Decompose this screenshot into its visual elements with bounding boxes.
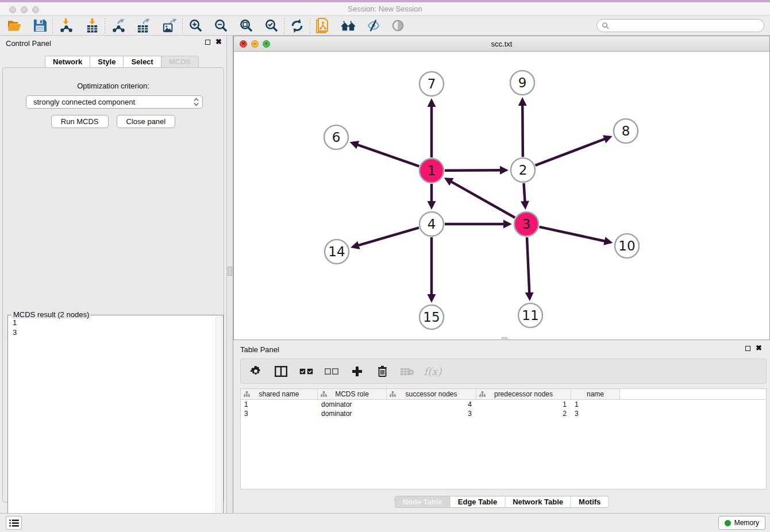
cell-predecessor-nodes[interactable]: 1: [476, 400, 571, 409]
control-tab-network[interactable]: Network: [45, 56, 90, 68]
delete-table-icon: [401, 364, 414, 378]
column-header-predecessor-nodes[interactable]: predecessor nodes: [476, 389, 571, 399]
table-settings-icon[interactable]: [249, 364, 263, 378]
network-resize-handle[interactable]: [502, 337, 507, 340]
add-column-icon[interactable]: [350, 364, 364, 378]
arrowhead-3-10: [603, 237, 613, 245]
network-view-window: ✕ − + scc.txt 7968124314101511: [233, 36, 770, 340]
column-header-shared-name[interactable]: shared name: [241, 389, 318, 399]
toolbar-separator: [310, 18, 310, 33]
cell-MCDS-role[interactable]: dominator: [318, 400, 387, 409]
table-row[interactable]: 1dominator411: [241, 400, 766, 409]
network-graph[interactable]: 7968124314101511: [234, 52, 769, 340]
table-body: 1dominator4113dominator323: [241, 400, 766, 418]
export-image-icon[interactable]: [162, 18, 177, 33]
select-all-icon[interactable]: [299, 364, 313, 378]
cell-name[interactable]: 1: [571, 400, 620, 409]
column-header-MCDS-role[interactable]: MCDS role: [318, 389, 387, 399]
edge-1-6[interactable]: [357, 145, 419, 167]
column-label: name: [587, 390, 604, 398]
control-panel-title: Control Panel: [6, 39, 51, 48]
window-titlebar: Session: New Session: [0, 0, 770, 16]
table-tab-edge-table[interactable]: Edge Table: [451, 496, 505, 508]
edge-4-14[interactable]: [357, 228, 418, 245]
split-panel-icon[interactable]: [274, 364, 288, 378]
arrowhead-1-2: [500, 166, 509, 175]
edge-2-9[interactable]: [522, 105, 523, 157]
panel-splitter[interactable]: [226, 36, 233, 513]
column-header-name[interactable]: name: [571, 389, 620, 399]
float-panel-icon[interactable]: [205, 40, 210, 45]
criterion-select[interactable]: strongly connected component: [26, 95, 203, 109]
table-panel-title: Table Panel: [240, 345, 279, 354]
close-table-panel-icon[interactable]: ✖: [756, 345, 762, 351]
zoom-selected-icon[interactable]: [264, 18, 279, 33]
import-table-icon[interactable]: [84, 18, 99, 33]
table-tab-motifs[interactable]: Motifs: [571, 496, 609, 508]
open-session-icon[interactable]: [7, 18, 22, 33]
import-network-icon[interactable]: [58, 18, 73, 33]
result-line: 1: [13, 318, 214, 327]
edge-3-10[interactable]: [539, 227, 605, 241]
splitter-handle[interactable]: [228, 267, 232, 276]
delete-columns-icon[interactable]: [375, 364, 389, 378]
node-label-14: 14: [328, 244, 345, 259]
edge-2-8[interactable]: [536, 138, 606, 165]
mcds-result-lines: 13: [13, 318, 214, 531]
edge-3-1[interactable]: [451, 182, 515, 218]
network-window-titlebar[interactable]: ✕ − + scc.txt: [234, 36, 769, 52]
float-table-panel-icon[interactable]: [745, 346, 750, 351]
memory-label: Memory: [734, 519, 759, 527]
node-table[interactable]: shared nameMCDS rolesuccessor nodesprede…: [240, 388, 767, 489]
column-label: shared name: [259, 390, 299, 398]
network-canvas[interactable]: 7968124314101511: [234, 52, 769, 340]
network-from-file-icon[interactable]: [315, 18, 330, 33]
task-history-button[interactable]: [6, 516, 22, 530]
column-label: predecessor nodes: [494, 390, 553, 398]
save-session-icon[interactable]: [32, 18, 47, 33]
zoom-in-icon[interactable]: [188, 18, 203, 33]
toolbar-separator: [182, 18, 183, 33]
cell-successor-nodes[interactable]: 3: [387, 409, 476, 418]
zoom-fit-icon[interactable]: [238, 18, 253, 33]
home-icon[interactable]: [341, 18, 356, 33]
column-header-successor-nodes[interactable]: successor nodes: [387, 389, 476, 399]
edge-1-2[interactable]: [445, 170, 501, 171]
criterion-value: strongly connected component: [33, 98, 194, 106]
arrowhead-1-7: [428, 98, 436, 107]
column-label: MCDS role: [335, 390, 369, 398]
close-panel-button[interactable]: Close panel: [117, 115, 176, 128]
hide-graphics-icon[interactable]: [365, 18, 380, 33]
search-field[interactable]: [596, 19, 764, 32]
result-scrollbar[interactable]: [215, 317, 222, 532]
search-input[interactable]: [609, 21, 759, 30]
arrowhead-3-11: [525, 292, 534, 301]
arrowhead-1-4: [428, 201, 436, 210]
table-tab-node-table[interactable]: Node Table: [395, 496, 451, 508]
deselect-all-icon[interactable]: [325, 364, 338, 378]
cell-MCDS-role[interactable]: dominator: [318, 409, 387, 418]
show-graphics-icon[interactable]: [390, 18, 405, 33]
cell-shared-name[interactable]: 3: [241, 409, 318, 418]
cell-successor-nodes[interactable]: 4: [387, 400, 476, 409]
table-row[interactable]: 3dominator323: [241, 409, 766, 418]
memory-status-icon: [725, 520, 731, 526]
network-window-title: scc.txt: [234, 40, 769, 48]
node-label-9: 9: [518, 75, 527, 90]
control-tab-mcds[interactable]: MCDS: [161, 56, 199, 68]
memory-button[interactable]: Memory: [718, 516, 765, 530]
cell-name[interactable]: 3: [571, 409, 620, 418]
cell-shared-name[interactable]: 1: [241, 400, 318, 409]
refresh-layout-icon[interactable]: [290, 18, 305, 33]
export-network-icon[interactable]: [110, 18, 125, 33]
cell-predecessor-nodes[interactable]: 2: [476, 409, 571, 418]
export-table-icon[interactable]: [136, 18, 151, 33]
control-tab-style[interactable]: Style: [90, 56, 124, 68]
run-mcds-button[interactable]: Run MCDS: [51, 115, 109, 128]
close-panel-icon[interactable]: ✖: [215, 39, 222, 45]
edge-2-3[interactable]: [523, 183, 525, 202]
edge-3-11[interactable]: [527, 237, 529, 294]
control-tab-select[interactable]: Select: [124, 56, 161, 68]
zoom-out-icon[interactable]: [213, 18, 228, 33]
table-tab-network-table[interactable]: Network Table: [505, 496, 571, 508]
